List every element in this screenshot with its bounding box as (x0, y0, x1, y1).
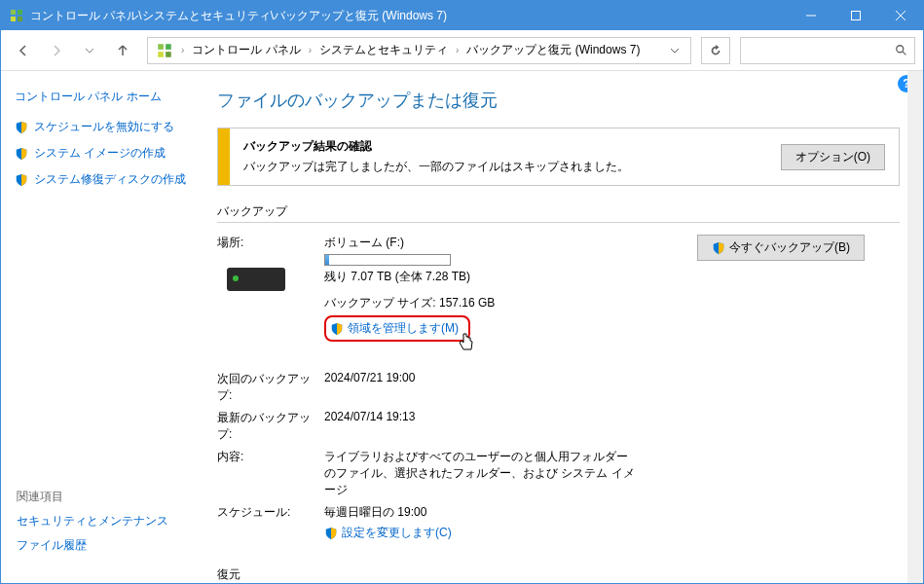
shield-icon (15, 147, 28, 161)
sidebar: コントロール パネル ホーム スケジュールを無効にする システム イメージの作成… (1, 71, 205, 583)
content-label: 内容: (217, 449, 324, 498)
next-backup-label: 次回のバックアップ: (217, 371, 324, 404)
chevron-right-icon: › (309, 45, 312, 55)
breadcrumb-item[interactable]: システムとセキュリティ (315, 40, 452, 60)
window: コントロール パネル\システムとセキュリティ\バックアップと復元 (Window… (0, 0, 924, 584)
schedule-value: 毎週日曜日の 19:00 (324, 504, 900, 521)
sidebar-item-label: スケジュールを無効にする (34, 119, 174, 135)
chevron-right-icon: › (456, 45, 459, 55)
svg-rect-3 (18, 17, 22, 21)
related-file-history[interactable]: ファイル履歴 (17, 537, 168, 554)
sidebar-item-create-disc[interactable]: システム修復ディスクの作成 (15, 171, 192, 188)
related-item-label: ファイル履歴 (17, 537, 87, 554)
control-panel-icon (156, 42, 173, 59)
drive-icon (227, 268, 285, 291)
alert-body-text: バックアップは完了しましたが、一部のファイルはスキップされました。 (243, 159, 781, 175)
window-title: コントロール パネル\システムとセキュリティ\バックアップと復元 (Window… (30, 8, 789, 24)
control-panel-home-link[interactable]: コントロール パネル ホーム (15, 89, 192, 105)
shield-icon (15, 173, 28, 187)
maximize-button[interactable] (833, 1, 878, 30)
free-space-text: 残り 7.07 TB (全体 7.28 TB) (324, 269, 900, 285)
content-area: ? コントロール パネル ホーム スケジュールを無効にする システム イメージの… (1, 71, 923, 583)
breadcrumb[interactable]: › コントロール パネル › システムとセキュリティ › バックアップと復元 (… (147, 37, 691, 64)
svg-rect-11 (166, 52, 171, 57)
svg-rect-10 (158, 52, 164, 57)
schedule-label: スケジュール: (217, 504, 324, 543)
titlebar: コントロール パネル\システムとセキュリティ\バックアップと復元 (Window… (1, 1, 923, 30)
manage-space-link[interactable]: 領域を管理します(M) (348, 320, 459, 337)
svg-rect-1 (18, 10, 22, 15)
breadcrumb-item[interactable]: バックアップと復元 (Windows 7) (462, 40, 644, 60)
svg-line-13 (903, 51, 906, 55)
backup-now-button[interactable]: 今すぐバックアップ(B) (697, 235, 865, 261)
shield-icon (15, 121, 28, 134)
shield-icon (324, 527, 338, 540)
search-input[interactable] (747, 44, 895, 57)
content-value: ライブラリおよびすべてのユーザーのと個人用フォルダーのファイル、選択されたフォル… (324, 449, 636, 498)
backup-size-text: バックアップ サイズ: 157.16 GB (324, 295, 900, 311)
refresh-button[interactable] (701, 37, 730, 64)
last-backup-label: 最新のバックアップ: (217, 410, 324, 443)
sidebar-item-label: システム イメージの作成 (34, 145, 166, 162)
minimize-button[interactable] (789, 1, 833, 30)
restore-section-header: 復元 (217, 566, 900, 584)
search-box[interactable] (740, 37, 915, 64)
nav-up-button[interactable] (108, 36, 137, 65)
disk-usage-bar (324, 254, 451, 266)
backup-result-alert: バックアップ結果の確認 バックアップは完了しましたが、一部のファイルはスキップさ… (217, 128, 900, 186)
shield-icon (330, 322, 344, 336)
next-backup-value: 2024/07/21 19:00 (324, 371, 900, 404)
breadcrumb-item[interactable]: コントロール パネル (188, 40, 304, 60)
last-backup-value: 2024/07/14 19:13 (324, 410, 900, 443)
svg-rect-8 (158, 44, 164, 50)
page-title: ファイルのバックアップまたは復元 (217, 89, 900, 112)
nav-forward-button[interactable] (42, 36, 71, 65)
close-button[interactable] (878, 1, 923, 30)
alert-stripe (218, 128, 230, 185)
nav-back-button[interactable] (9, 36, 38, 65)
sidebar-item-create-image[interactable]: システム イメージの作成 (15, 145, 192, 162)
main-panel: ファイルのバックアップまたは復元 バックアップ結果の確認 バックアップは完了しま… (205, 71, 923, 583)
backup-section-header: バックアップ (217, 203, 900, 223)
toolbar: › コントロール パネル › システムとセキュリティ › バックアップと復元 (… (1, 30, 923, 71)
app-icon (9, 8, 24, 23)
backup-now-label: 今すぐバックアップ(B) (729, 239, 850, 256)
breadcrumb-dropdown[interactable] (663, 46, 686, 55)
highlighted-manage-link: 領域を管理します(M) (324, 315, 470, 342)
cursor-hand-icon (457, 332, 476, 353)
vertical-scrollbar[interactable] (907, 71, 923, 583)
svg-rect-0 (11, 10, 16, 15)
related-security[interactable]: セキュリティとメンテナンス (17, 513, 168, 529)
svg-point-12 (897, 45, 904, 52)
search-icon (895, 44, 908, 57)
svg-rect-5 (852, 12, 861, 20)
svg-rect-9 (166, 44, 171, 50)
sidebar-item-disable-schedule[interactable]: スケジュールを無効にする (15, 119, 192, 135)
related-item-label: セキュリティとメンテナンス (17, 513, 168, 529)
chevron-right-icon: › (181, 45, 184, 55)
sidebar-item-label: システム修復ディスクの作成 (34, 171, 186, 188)
related-label: 関連項目 (17, 489, 168, 505)
nav-history-button[interactable] (75, 36, 104, 65)
alert-title: バックアップ結果の確認 (243, 138, 781, 155)
options-button[interactable]: オプション(O) (781, 144, 885, 170)
svg-rect-2 (11, 17, 16, 21)
change-settings-link[interactable]: 設定を変更します(C) (324, 525, 452, 541)
shield-icon (712, 241, 725, 255)
change-settings-label: 設定を変更します(C) (342, 525, 452, 541)
related-items: 関連項目 セキュリティとメンテナンス ファイル履歴 (17, 489, 168, 564)
